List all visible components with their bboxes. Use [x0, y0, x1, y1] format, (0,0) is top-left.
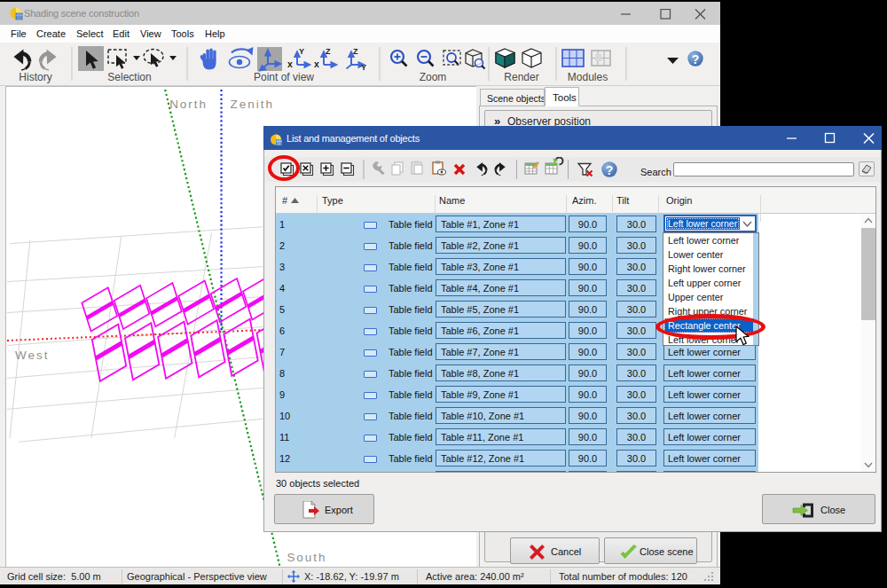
svg-text:Y: Y — [361, 63, 366, 72]
svg-text:West: West — [15, 349, 49, 362]
svg-text:North: North — [169, 98, 208, 111]
svg-text:?: ? — [692, 52, 700, 67]
svg-text:South: South — [287, 551, 326, 564]
svg-text:Y: Y — [299, 47, 304, 56]
svg-text:x: x — [287, 59, 293, 69]
svg-text:?: ? — [606, 163, 614, 177]
svg-text:Z: Z — [326, 47, 331, 56]
svg-text:Zenith: Zenith — [231, 98, 274, 111]
svg-text:x: x — [314, 59, 319, 69]
svg-text:Z: Z — [353, 47, 358, 56]
